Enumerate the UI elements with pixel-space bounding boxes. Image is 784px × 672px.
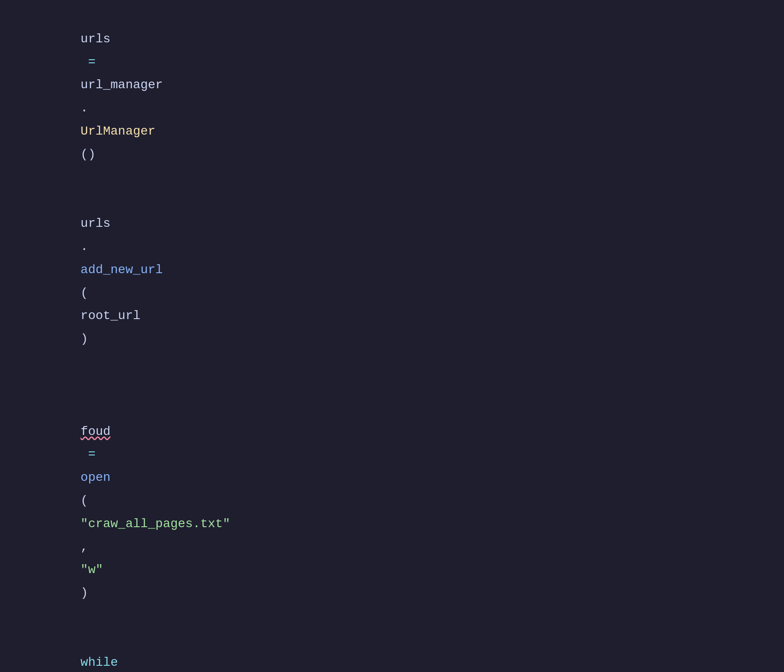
token: open: [81, 471, 110, 484]
token: ): [81, 332, 88, 346]
token: urls: [81, 32, 110, 46]
token: .: [81, 240, 88, 254]
token: "craw_all_pages.txt": [81, 517, 230, 531]
token: foud: [81, 425, 110, 438]
code-editor: urls = url_manager . UrlManager () urls …: [0, 0, 784, 672]
token: =: [81, 447, 103, 461]
token: (): [81, 148, 96, 161]
token-while: while: [81, 656, 118, 669]
code-content-4: while urls . has_new_url ():: [27, 628, 163, 672]
token: UrlManager: [81, 124, 155, 138]
token: (: [81, 286, 88, 300]
token: url_manager: [81, 78, 163, 92]
token: urls: [81, 217, 110, 230]
token: (: [81, 494, 88, 508]
blank-line-1: [0, 374, 784, 397]
token: add_new_url: [81, 263, 163, 277]
code-line-3: foud = open ( "craw_all_pages.txt" , "w"…: [0, 397, 784, 628]
code-line-2: urls . add_new_url ( root_url ): [0, 189, 784, 373]
code-content-2: urls . add_new_url ( root_url ): [27, 189, 163, 373]
token: .: [81, 101, 88, 115]
code-content-3: foud = open ( "craw_all_pages.txt" , "w"…: [27, 397, 230, 628]
token: ): [81, 586, 88, 600]
code-content-1: urls = url_manager . UrlManager (): [27, 4, 163, 189]
code-line-1: urls = url_manager . UrlManager (): [0, 4, 784, 189]
token: ,: [81, 540, 96, 554]
token: =: [81, 55, 103, 69]
token: "w": [81, 563, 103, 577]
code-line-4: ▽ while urls . has_new_url ():: [0, 628, 784, 672]
token: root_url: [81, 309, 140, 323]
